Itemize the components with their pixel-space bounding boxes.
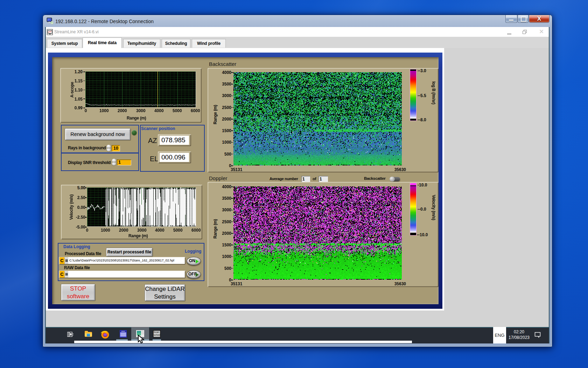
svg-text:sched: sched xyxy=(154,334,160,336)
svg-text:MEEK: MEEK xyxy=(121,330,125,332)
svg-text:Scan: Scan xyxy=(154,331,159,333)
